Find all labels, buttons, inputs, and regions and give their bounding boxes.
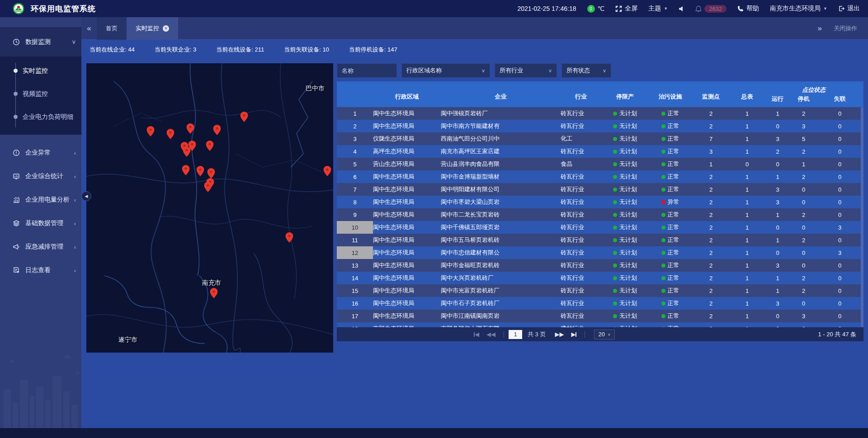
map-pin-icon[interactable] [208, 168, 215, 179]
table-row[interactable]: 13阆中生态环境局阆中市金福旺页岩机砖砖瓦行业无计划正常21300 [337, 259, 863, 272]
table-row[interactable]: 7阆中生态环境局阆中明阳建材有限公司砖瓦行业无计划正常21300 [337, 183, 863, 196]
main-area: « 首页实时监控✕ » 关闭操作 当前在线企业: 44当前失联企业: 3当前在线… [81, 17, 868, 438]
map-pin-icon[interactable] [167, 129, 175, 139]
next-page-button[interactable]: ▶▶ [555, 331, 564, 338]
help-label: 帮助 [746, 5, 759, 13]
table-row[interactable]: 3仪陇生态环境局西南油气田分公司川中化工无计划正常71350 [337, 132, 863, 145]
status-dot-green [613, 264, 617, 268]
industry-select[interactable]: 所有行业 ∨ [495, 63, 557, 78]
table-row[interactable]: 10阆中生态环境局阆中千佛镇五郎垭页岩砖瓦行业无计划正常21003 [337, 221, 863, 234]
cell-meter: 1 [730, 259, 764, 272]
table-row[interactable]: 4高坪生态环境局南充市高坪区王家店建砖瓦行业无计划正常31220 [337, 145, 863, 158]
prev-page-button[interactable]: ◀◀ [486, 331, 495, 338]
right-panel: 行政区域名称 ∨ 所有行业 ∨ 所有状态 ∨ [337, 63, 863, 340]
map-roads [86, 63, 333, 353]
map-pin-icon[interactable] [204, 182, 212, 192]
map-pin-icon[interactable] [213, 125, 221, 135]
map-panel[interactable]: 巴中市南充市遂宁市 [86, 63, 333, 353]
table-row[interactable]: 18南部生态环境局南部县瑞华大理石有限建材行业无计划正常01060 [337, 322, 863, 327]
status-select-value: 所有状态 [566, 66, 590, 75]
map-pin-icon[interactable] [187, 123, 194, 134]
logout-button[interactable]: 退出 [838, 5, 860, 13]
tabs-scroll-right-icon[interactable]: » [818, 24, 822, 33]
table-row[interactable]: 1阆中生态环境局阆中强锐页岩砖厂砖瓦行业无计划正常21120 [337, 107, 863, 120]
tabs-scroll-left-icon[interactable]: « [81, 24, 97, 33]
sidebar-subitem-2[interactable]: 视频监控 [0, 82, 81, 105]
sound-toggle[interactable] [679, 6, 684, 12]
cell-industry: 砖瓦行业 [561, 272, 601, 284]
cell-limit: 无计划 [601, 183, 649, 196]
status-dot-green [661, 188, 665, 192]
notifications[interactable]: 2632 [695, 5, 726, 13]
cell-stop: 2 [791, 170, 816, 183]
col-running: 运行 [764, 94, 791, 107]
map-pin-icon[interactable] [183, 146, 191, 157]
region-select[interactable]: 行政区域名称 ∨ [401, 63, 490, 78]
cell-index: 6 [337, 170, 373, 183]
name-search-input[interactable] [337, 63, 397, 78]
table-row[interactable]: 15阆中生态环境局阆中市光富页岩机砖厂砖瓦行业无计划正常21120 [337, 284, 863, 297]
table-row[interactable]: 16阆中生态环境局阆中市石子页岩机砖厂砖瓦行业无计划正常21300 [337, 297, 863, 310]
cell-meter: 1 [730, 132, 764, 145]
last-page-button[interactable]: ▶ [571, 331, 576, 338]
page-number-input[interactable] [509, 330, 522, 339]
sidebar-subitem-label: 实时监控 [23, 67, 48, 75]
tab-label: 首页 [106, 24, 118, 33]
table-row[interactable]: 14阆中生态环境局阆中大兴页岩机砖厂砖瓦行业无计划正常21120 [337, 272, 863, 284]
table-row[interactable]: 11阆中生态环境局阆中市五马桥页岩机砖砖瓦行业无计划正常21120 [337, 234, 863, 246]
table-row[interactable]: 9阆中生态环境局阆中市二龙长宝页岩砖砖瓦行业无计划正常21120 [337, 208, 863, 221]
cell-industry: 砖瓦行业 [561, 107, 601, 120]
cell-limit: 无计划 [601, 170, 649, 183]
map-pin-icon[interactable] [182, 165, 190, 175]
first-page-button[interactable]: ◀ [474, 331, 479, 338]
cell-company: 阆中大兴页岩机砖厂 [441, 272, 561, 284]
status-dot-green [661, 276, 665, 280]
cell-meter: 1 [730, 107, 764, 120]
map-pin-icon[interactable] [210, 288, 218, 298]
sidebar-collapse-toggle[interactable]: ◀ [81, 191, 91, 201]
sidebar-subitem-3[interactable]: 企业电力负荷明细 [0, 105, 81, 128]
map-pin-icon[interactable] [197, 166, 204, 176]
map-pin-icon[interactable] [241, 112, 248, 122]
cell-facility: 正常 [649, 234, 692, 246]
table-row[interactable]: 5营山生态环境局营山县润丰肉食品有限食品无计划正常10010 [337, 158, 863, 170]
sidebar-item-power-analysis[interactable]: 企业用电量分析‹ [0, 188, 81, 212]
cell-company: 南部县瑞华大理石有限 [441, 322, 561, 327]
map-city-label: 巴中市 [306, 85, 325, 93]
fullscreen-button[interactable]: 全屏 [615, 5, 637, 13]
tab-首页[interactable]: 首页 [97, 17, 127, 40]
chevron-down-icon: ∨ [548, 68, 552, 74]
sidebar-item-company-stats[interactable]: 企业综合统计‹ [0, 165, 81, 188]
status-dot-green [613, 137, 617, 141]
table-row[interactable]: 6阆中生态环境局阆中市金博瑞新型墙材砖瓦行业无计划正常21120 [337, 170, 863, 183]
map-pin-icon[interactable] [206, 141, 214, 151]
theme-menu[interactable]: 主题 ▼ [648, 5, 668, 13]
cell-limit: 无计划 [601, 132, 649, 145]
page-size-select[interactable]: 20 ∨ [594, 330, 614, 339]
table-row[interactable]: 17阆中生态环境局阆中市江南镇阆南页岩砖瓦行业无计划正常21030 [337, 310, 863, 322]
sidebar-item-logs[interactable]: 日志查看‹ [0, 259, 81, 282]
status-select[interactable]: 所有状态 ∨ [561, 63, 611, 78]
table-row[interactable]: 12阆中生态环境局阆中市忠信建材有限公砖瓦行业无计划正常21003 [337, 246, 863, 259]
map-pin-icon[interactable] [286, 232, 293, 243]
table-scrollbar[interactable] [861, 107, 863, 327]
sidebar-item-base-data[interactable]: 基础数据管理‹ [0, 212, 81, 235]
cell-meter: 1 [730, 183, 764, 196]
cell-limit: 无计划 [601, 158, 649, 170]
sidebar-item-data-monitor[interactable]: 数据监测∨ [0, 27, 81, 57]
sidebar-item-emergency[interactable]: 应急减排管理‹ [0, 235, 81, 259]
tab-实时监控[interactable]: 实时监控✕ [127, 17, 178, 40]
table-row[interactable]: 2阆中生态环境局阆中市南方节能建材有砖瓦行业无计划正常21030 [337, 120, 863, 132]
cell-region: 南部生态环境局 [373, 322, 441, 327]
close-operations-button[interactable]: 关闭操作 [834, 24, 857, 33]
map-pin-icon[interactable] [324, 166, 331, 176]
sidebar-item-company-abnormal[interactable]: 企业异常‹ [0, 141, 81, 165]
sidebar-subitem-1[interactable]: 实时监控 [0, 59, 81, 82]
table-row[interactable]: 8阆中生态环境局阆中市枣碧大梁山页岩砖瓦行业无计划异常21300 [337, 196, 863, 208]
org-menu[interactable]: 南充市生态环境局 ▼ [770, 5, 827, 13]
cell-lost: 0 [816, 272, 863, 284]
close-icon[interactable]: ✕ [163, 25, 169, 32]
help-button[interactable]: 帮助 [737, 5, 759, 13]
map-pin-icon[interactable] [147, 126, 155, 137]
stat-value: 211 [255, 46, 264, 53]
